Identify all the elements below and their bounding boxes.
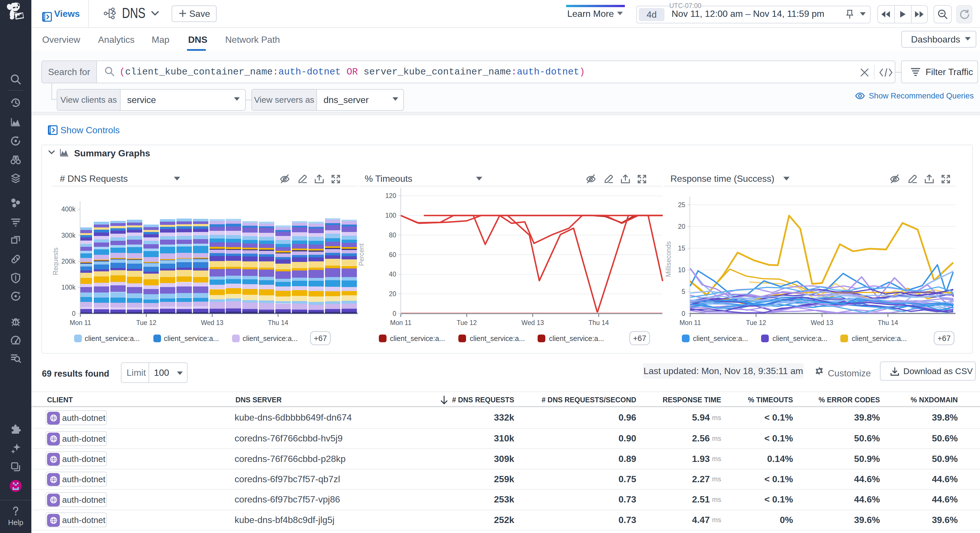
svg-text:0: 0 bbox=[393, 310, 396, 317]
svg-text:client_service:a...: client_service:a... bbox=[390, 334, 445, 342]
svg-text:Mon 11: Mon 11 bbox=[679, 319, 701, 326]
svg-text:10: 10 bbox=[678, 266, 685, 274]
svg-text:Thu 14: Thu 14 bbox=[268, 319, 288, 326]
svg-text:client_service:a...: client_service:a... bbox=[243, 334, 298, 342]
svg-text:client_service:a...: client_service:a... bbox=[85, 334, 140, 342]
svg-text:60: 60 bbox=[389, 251, 396, 259]
svg-text:80: 80 bbox=[389, 231, 396, 239]
svg-text:Wed 13: Wed 13 bbox=[521, 319, 544, 326]
svg-text:% Timeouts: % Timeouts bbox=[364, 174, 412, 184]
svg-text:5: 5 bbox=[682, 288, 685, 295]
svg-text:100k: 100k bbox=[61, 284, 76, 291]
svg-text:400k: 400k bbox=[61, 206, 76, 213]
svg-text:Tue 12: Tue 12 bbox=[136, 319, 156, 326]
svg-text:+67: +67 bbox=[633, 334, 646, 343]
svg-text:20: 20 bbox=[678, 223, 685, 230]
svg-text:0: 0 bbox=[72, 310, 76, 317]
svg-text:client_service:a...: client_service:a... bbox=[693, 334, 748, 342]
svg-text:client_service:a...: client_service:a... bbox=[164, 334, 219, 342]
svg-text:Tue 12: Tue 12 bbox=[746, 319, 766, 326]
svg-text:Milliseconds: Milliseconds bbox=[665, 241, 672, 277]
svg-text:+67: +67 bbox=[314, 334, 327, 343]
svg-text:15: 15 bbox=[678, 244, 685, 252]
svg-text:client_service:a...: client_service:a... bbox=[470, 334, 525, 342]
svg-text:client_service:a...: client_service:a... bbox=[549, 334, 604, 342]
svg-text:Wed 13: Wed 13 bbox=[811, 319, 833, 326]
svg-text:20: 20 bbox=[389, 290, 396, 298]
svg-text:Wed 13: Wed 13 bbox=[201, 319, 223, 326]
svg-text:client_service:a...: client_service:a... bbox=[852, 334, 907, 342]
svg-text:120: 120 bbox=[385, 192, 396, 199]
svg-text:+67: +67 bbox=[937, 334, 951, 343]
svg-text:Percent: Percent bbox=[358, 243, 365, 266]
svg-text:Requests: Requests bbox=[52, 247, 59, 275]
svg-text:Thu 14: Thu 14 bbox=[878, 319, 898, 326]
svg-text:100: 100 bbox=[385, 212, 396, 219]
svg-text:300k: 300k bbox=[61, 232, 76, 239]
svg-text:25: 25 bbox=[678, 201, 685, 209]
svg-text:Response time (Success): Response time (Success) bbox=[670, 174, 775, 184]
svg-text:Thu 14: Thu 14 bbox=[588, 319, 609, 326]
svg-text:Tue 12: Tue 12 bbox=[457, 319, 477, 326]
svg-text:200k: 200k bbox=[61, 258, 76, 265]
svg-text:Mon 11: Mon 11 bbox=[70, 319, 91, 326]
svg-text:0: 0 bbox=[682, 310, 685, 317]
svg-text:client_service:a...: client_service:a... bbox=[773, 334, 827, 342]
svg-text:Mon 11: Mon 11 bbox=[390, 319, 411, 326]
svg-text:# DNS Requests: # DNS Requests bbox=[60, 174, 128, 184]
svg-text:40: 40 bbox=[389, 270, 396, 278]
